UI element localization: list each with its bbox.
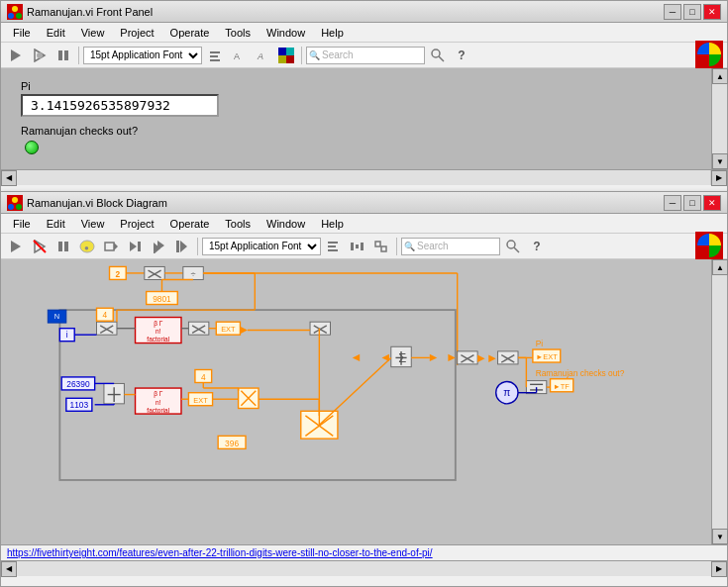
bd-step-out-btn[interactable] <box>171 237 193 256</box>
bd-menu-project[interactable]: Project <box>112 216 161 232</box>
run-btn[interactable] <box>5 46 27 65</box>
svg-text:Pi: Pi <box>536 339 544 348</box>
svg-marker-4 <box>11 49 21 61</box>
front-panel-maximize-btn[interactable]: □ <box>683 4 701 20</box>
menu-operate[interactable]: Operate <box>162 25 218 41</box>
fp-scroll-left[interactable]: ◀ <box>1 170 17 186</box>
bd-menu-view[interactable]: View <box>73 216 113 232</box>
bd-status-bar[interactable]: https://fivethirtyeight.com/features/eve… <box>1 544 727 560</box>
bd-menu-help[interactable]: Help <box>313 216 352 232</box>
bd-font-dropdown[interactable]: 15pt Application Font <box>202 238 321 255</box>
bd-minimize-btn[interactable]: ─ <box>664 195 681 211</box>
front-panel-window: Ramanujan.vi Front Panel ─ □ ✕ File Edit… <box>0 0 728 194</box>
bd-menu-tools[interactable]: Tools <box>217 216 259 232</box>
svg-text:A: A <box>257 51 263 61</box>
svg-point-3 <box>16 13 22 19</box>
svg-text:4: 4 <box>201 372 206 382</box>
front-panel-close-btn[interactable]: ✕ <box>703 4 721 20</box>
led-indicator[interactable] <box>25 141 39 154</box>
menu-window[interactable]: Window <box>259 25 313 41</box>
bd-scroll-track-v[interactable] <box>712 275 727 529</box>
svg-line-19 <box>439 56 444 61</box>
font-size-btn[interactable]: A <box>228 46 250 65</box>
pi-value-display[interactable]: 3.1415926535897932 <box>21 94 219 117</box>
bd-align-btn[interactable] <box>323 237 345 256</box>
svg-text:β Γ: β Γ <box>154 390 163 398</box>
help-btn[interactable]: ? <box>451 46 472 65</box>
svg-rect-28 <box>58 242 62 251</box>
style-btn[interactable]: A <box>252 46 273 65</box>
bd-title-bar: Ramanujan.vi Block Diagram ─ □ ✕ <box>1 192 727 214</box>
bd-v-scrollbar: ▲ ▼ <box>711 259 727 544</box>
pi-display-group: Pi 3.1415926535897932 <box>21 80 691 117</box>
bd-run-broken-btn[interactable] <box>29 237 51 256</box>
svg-rect-71 <box>97 322 117 335</box>
bd-menu-operate[interactable]: Operate <box>162 216 218 232</box>
svg-text:►EXT: ►EXT <box>536 352 558 361</box>
bd-scroll-right[interactable]: ▶ <box>711 561 727 577</box>
menu-tools[interactable]: Tools <box>217 25 259 41</box>
svg-rect-11 <box>210 59 220 61</box>
bd-menu-window[interactable]: Window <box>259 216 313 232</box>
bd-retain-btn[interactable] <box>100 237 122 256</box>
menu-view[interactable]: View <box>73 25 113 41</box>
bd-pause-btn[interactable] <box>52 237 74 256</box>
menu-project[interactable]: Project <box>112 25 161 41</box>
svg-point-22 <box>12 197 18 203</box>
svg-text:n!: n! <box>156 399 161 406</box>
front-panel-minimize-btn[interactable]: ─ <box>664 4 681 20</box>
menu-file[interactable]: File <box>5 25 39 41</box>
svg-text:●: ● <box>84 244 89 252</box>
bd-step-into-btn[interactable] <box>148 237 169 256</box>
svg-rect-45 <box>361 243 364 250</box>
svg-rect-14 <box>278 48 286 55</box>
bd-step-over-btn[interactable] <box>124 237 146 256</box>
run-highlight-btn[interactable] <box>29 46 51 65</box>
svg-marker-101 <box>430 354 437 361</box>
bd-maximize-btn[interactable]: □ <box>683 195 701 211</box>
fp-scroll-down[interactable]: ▼ <box>712 153 728 169</box>
svg-text:β Γ: β Γ <box>154 320 163 328</box>
svg-text:26390: 26390 <box>66 379 90 389</box>
search-placeholder: Search <box>322 49 422 60</box>
menu-edit[interactable]: Edit <box>39 25 73 41</box>
status-link[interactable]: https://fivethirtyeight.com/features/eve… <box>7 547 433 558</box>
svg-point-1 <box>12 6 18 12</box>
bd-canvas[interactable]: 2 ÷ 9801 <box>1 259 711 544</box>
bd-scroll-track-h[interactable] <box>17 561 711 576</box>
fp-scroll-up[interactable]: ▲ <box>712 68 728 84</box>
bd-distribute-btn[interactable] <box>347 237 368 256</box>
fp-scroll-right[interactable]: ▶ <box>711 170 727 186</box>
color-btn[interactable] <box>275 46 297 65</box>
bd-search-btn[interactable] <box>502 237 524 256</box>
bd-scroll-up[interactable]: ▲ <box>712 259 728 275</box>
bd-close-btn[interactable]: ✕ <box>703 195 721 211</box>
menu-help[interactable]: Help <box>313 25 352 41</box>
svg-marker-99 <box>353 354 360 361</box>
bd-highlight-btn[interactable]: ● <box>76 237 98 256</box>
svg-rect-54 <box>145 266 164 279</box>
text-align-btn[interactable] <box>204 46 226 65</box>
bd-menu-edit[interactable]: Edit <box>39 216 73 232</box>
led-group[interactable] <box>25 141 691 156</box>
pause-btn[interactable] <box>52 46 74 65</box>
fp-scroll-track-h[interactable] <box>17 170 711 185</box>
svg-text:9801: 9801 <box>153 294 171 304</box>
toolbar-sep-1 <box>78 47 79 64</box>
svg-line-49 <box>514 247 519 252</box>
bd-scroll-down[interactable]: ▼ <box>712 529 728 544</box>
bd-help-btn[interactable]: ? <box>526 237 548 256</box>
lv-icon <box>7 4 23 20</box>
svg-rect-46 <box>375 242 380 246</box>
font-dropdown[interactable]: 15pt Application Font <box>83 47 202 64</box>
bd-scroll-left[interactable]: ◀ <box>1 561 17 577</box>
bd-run-btn[interactable] <box>5 237 27 256</box>
bd-menu-file[interactable]: File <box>5 216 39 232</box>
bd-resize-btn[interactable] <box>370 237 392 256</box>
front-panel-menu-bar: File Edit View Project Operate Tools Win… <box>1 23 727 43</box>
front-panel-title: Ramanujan.vi Front Panel <box>27 6 664 18</box>
svg-marker-107 <box>488 355 495 362</box>
svg-text:π: π <box>503 387 510 398</box>
fp-scroll-track-v[interactable] <box>712 84 727 153</box>
search-btn[interactable] <box>427 46 449 65</box>
